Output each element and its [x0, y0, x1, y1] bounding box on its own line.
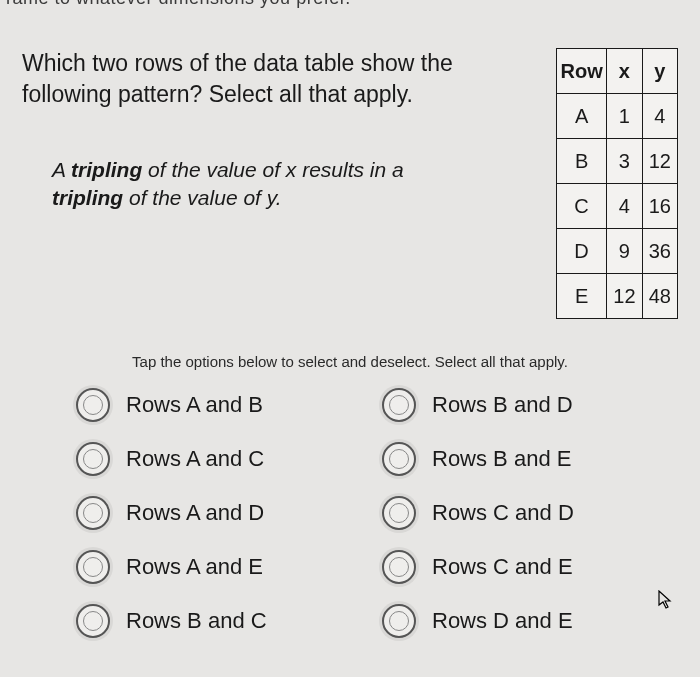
option-rows-d-e[interactable]: Rows D and E [382, 604, 648, 638]
option-rows-b-c[interactable]: Rows B and C [76, 604, 342, 638]
option-label: Rows B and C [126, 608, 267, 634]
radio-icon [76, 604, 110, 638]
cell-y: 4 [642, 94, 677, 139]
cell-y: 12 [642, 139, 677, 184]
option-rows-b-d[interactable]: Rows B and D [382, 388, 648, 422]
question-text: Which two rows of the data table show th… [22, 48, 536, 110]
option-label: Rows A and B [126, 392, 263, 418]
instruction-hint: Tap the options below to select and dese… [22, 353, 678, 370]
cell-x: 1 [607, 94, 642, 139]
pattern-part-1: A [52, 158, 71, 181]
col-x: x [607, 49, 642, 94]
radio-icon [76, 496, 110, 530]
pattern-part-2: of the value of x results in a [142, 158, 403, 181]
table-row: D 9 36 [556, 229, 677, 274]
data-table: Row x y A 1 4 B 3 12 C 4 16 D 9 [556, 48, 678, 319]
radio-icon [76, 442, 110, 476]
cursor-icon [658, 590, 674, 615]
radio-icon [382, 388, 416, 422]
option-label: Rows A and C [126, 446, 264, 472]
radio-icon [382, 442, 416, 476]
option-rows-a-d[interactable]: Rows A and D [76, 496, 342, 530]
option-rows-c-d[interactable]: Rows C and D [382, 496, 648, 530]
cell-x: 3 [607, 139, 642, 184]
cell-y: 36 [642, 229, 677, 274]
option-rows-b-e[interactable]: Rows B and E [382, 442, 648, 476]
option-label: Rows D and E [432, 608, 573, 634]
cell-row: B [556, 139, 606, 184]
content-area: Which two rows of the data table show th… [22, 48, 678, 638]
option-label: Rows B and E [432, 446, 571, 472]
cell-x: 4 [607, 184, 642, 229]
cell-row: A [556, 94, 606, 139]
table-header-row: Row x y [556, 49, 677, 94]
cropped-header-text: rame to whatever dimensions you prefer. [6, 0, 351, 9]
radio-icon [76, 388, 110, 422]
radio-icon [76, 550, 110, 584]
cell-row: E [556, 274, 606, 319]
table-row: E 12 48 [556, 274, 677, 319]
cell-row: D [556, 229, 606, 274]
option-rows-c-e[interactable]: Rows C and E [382, 550, 648, 584]
pattern-statement: A tripling of the value of x results in … [52, 156, 432, 213]
option-label: Rows A and E [126, 554, 263, 580]
option-label: Rows C and D [432, 500, 574, 526]
option-label: Rows C and E [432, 554, 573, 580]
cell-y: 48 [642, 274, 677, 319]
radio-icon [382, 496, 416, 530]
cell-row: C [556, 184, 606, 229]
table-row: A 1 4 [556, 94, 677, 139]
pattern-bold-1: tripling [71, 158, 142, 181]
pattern-bold-2: tripling [52, 186, 123, 209]
option-rows-a-b[interactable]: Rows A and B [76, 388, 342, 422]
table-row: C 4 16 [556, 184, 677, 229]
radio-icon [382, 604, 416, 638]
option-label: Rows B and D [432, 392, 573, 418]
options-grid: Rows A and B Rows B and D Rows A and C R… [76, 388, 648, 638]
col-y: y [642, 49, 677, 94]
cell-x: 9 [607, 229, 642, 274]
table-row: B 3 12 [556, 139, 677, 184]
cell-x: 12 [607, 274, 642, 319]
radio-icon [382, 550, 416, 584]
question-block: Which two rows of the data table show th… [22, 48, 536, 213]
option-rows-a-c[interactable]: Rows A and C [76, 442, 342, 476]
cell-y: 16 [642, 184, 677, 229]
option-rows-a-e[interactable]: Rows A and E [76, 550, 342, 584]
pattern-part-3: of the value of y. [123, 186, 281, 209]
col-row: Row [556, 49, 606, 94]
option-label: Rows A and D [126, 500, 264, 526]
